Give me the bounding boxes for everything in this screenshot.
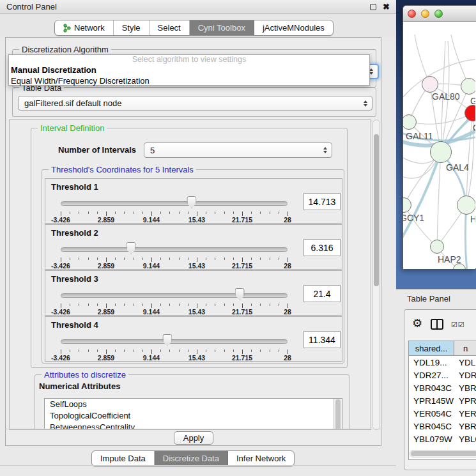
table-cell: YDR27... (409, 369, 454, 382)
slider-tick-label: 28 (284, 216, 291, 224)
table-row[interactable]: YLR345WYLR3 (409, 446, 476, 447)
slider-tick-label: 9.144 (143, 308, 160, 316)
slider-tick-label: 21.715 (232, 216, 252, 224)
table-cell: YER0 (454, 408, 476, 420)
vertical-scrollbar-thumb[interactable] (374, 134, 379, 286)
network-node-label: GAL11 (406, 131, 433, 141)
column-header-name[interactable]: n (454, 341, 476, 355)
top-tab-strip: Network Style Select Cyni Toolbox jActiv… (0, 14, 396, 37)
threshold-value-input[interactable]: 21.4 (303, 285, 341, 302)
slider-tick-label: 2.859 (98, 354, 114, 362)
slider-track[interactable] (61, 247, 288, 252)
slider-thumb[interactable] (162, 334, 172, 346)
attributes-list-scrollbar[interactable] (334, 399, 342, 430)
slider-tick-label: -3.426 (51, 262, 70, 270)
dropdown-option-manual-discretization[interactable]: Manual Discretization (9, 65, 369, 75)
table-cell: YBL079W (409, 433, 454, 446)
checkbox-columns-icon[interactable]: ☑☑ (451, 321, 465, 329)
table-row[interactable]: YDL19...YDL1 (409, 357, 476, 369)
bottom-separator (0, 465, 396, 466)
slider-track[interactable] (61, 293, 288, 298)
slider (61, 334, 288, 349)
combo-stepper-icon (364, 100, 367, 107)
tab-network[interactable]: Network (55, 20, 114, 35)
close-icon[interactable]: ✖ (383, 3, 390, 11)
threshold-label: Threshold 4 (51, 320, 98, 330)
network-node-GAL80[interactable] (422, 76, 438, 93)
horizontal-scrollbar[interactable] (410, 450, 476, 457)
table-panel-title: Table Panel (407, 294, 450, 303)
close-traffic-light-icon[interactable] (408, 10, 416, 18)
slider-thumb[interactable] (187, 196, 196, 208)
attribute-item[interactable]: TopologicalCoefficient (45, 410, 342, 422)
slider-tick-label: 28 (284, 354, 291, 362)
slider-tick-labels: -3.4262.8599.14415.4321.71528 (61, 216, 288, 223)
threshold-value-input[interactable]: 6.316 (303, 239, 341, 256)
tab-style[interactable]: Style (114, 20, 150, 35)
column-header-shared-name[interactable]: shared... (409, 341, 454, 355)
tab-discretize-data[interactable]: Discretize Data (155, 451, 228, 466)
network-node-H-node[interactable] (457, 196, 475, 215)
network-node-GAL4[interactable] (430, 141, 452, 163)
cyni-toolbox-panel: Discretization Algorithm Select algorith… (5, 37, 381, 446)
table-row[interactable]: YBR045CYBR0 (409, 420, 476, 433)
control-panel-titlebar: Control Panel ✖ (0, 0, 396, 14)
table-row[interactable]: YDR27...YDR2 (409, 369, 476, 382)
network-node-label: GAL4 (446, 162, 469, 173)
number-of-intervals-value: 5 (150, 146, 155, 155)
gear-icon[interactable]: ⚙ (412, 318, 422, 329)
threshold-panel: Threshold 3 -3.4262.8599.14415.4321.7152… (45, 270, 342, 316)
minimize-traffic-light-icon[interactable] (421, 10, 429, 18)
attribute-item[interactable]: SelfLoops (45, 399, 342, 410)
window-title: Control Panel (6, 2, 57, 12)
table-panel: ⚙ ☑☑ shared... n YDL19...YDL1YDR27...YDR… (404, 309, 476, 470)
vertical-scrollbar[interactable] (372, 119, 380, 430)
slider-tick-label: 2.859 (98, 262, 114, 270)
numerical-attributes-list[interactable]: SelfLoopsTopologicalCoefficientBetweenne… (44, 398, 342, 430)
slider-thumb[interactable] (127, 242, 136, 254)
zoom-traffic-light-icon[interactable] (434, 10, 443, 18)
screen: GAL80G.CGAL11GAL4GCY1HHAP2 Table Panel ⚙… (0, 0, 476, 476)
tab-jactivemnodules[interactable]: jActiveMNodules (254, 20, 333, 35)
slider-tick-label: 2.859 (98, 216, 114, 224)
number-of-intervals-combobox[interactable]: 5 (144, 142, 332, 158)
horizontal-scrollbar-thumb[interactable] (411, 451, 476, 456)
float-window-icon[interactable] (370, 4, 376, 10)
dropdown-placeholder-option: Select algorithm to view settings (9, 55, 369, 65)
table-row[interactable]: YPR145WYPR1 (409, 395, 476, 408)
slider-tick-label: -3.426 (51, 216, 70, 224)
bottom-tab-bar: Impute Data Discretize Data Infer Networ… (91, 450, 295, 466)
network-node-GAL-top-right[interactable] (461, 78, 475, 95)
tab-infer-network[interactable]: Infer Network (228, 451, 294, 466)
table-row[interactable]: YER054CYER0 (409, 408, 476, 420)
table-row[interactable]: YBR043CYBR0 (409, 382, 476, 395)
slider-track[interactable] (61, 201, 288, 206)
attributes-scrollbar-thumb[interactable] (335, 399, 341, 430)
threshold-value-input[interactable]: 11.344 (303, 331, 341, 348)
dropdown-option-equal-width-frequency[interactable]: Equal Width/Frequency Discretization (9, 75, 369, 86)
tab-select[interactable]: Select (150, 20, 190, 35)
threshold-value-input[interactable]: 14.713 (303, 193, 341, 210)
table-cell: YBR0 (454, 420, 476, 433)
table-cell: YBR0 (454, 382, 476, 395)
table-row[interactable]: YBL079WYBL0 (409, 433, 476, 446)
slider-thumb[interactable] (235, 288, 245, 300)
tab-impute-data[interactable]: Impute Data (92, 451, 155, 466)
table-data-combobox[interactable]: galFiltered.sif default node (18, 96, 372, 111)
network-node-label: H (470, 214, 475, 224)
table-cell: YLR345W (409, 446, 454, 447)
slider-track[interactable] (61, 339, 288, 344)
slider-tick-label: 28 (284, 308, 291, 316)
network-node-HAP2[interactable] (430, 240, 444, 254)
table-cell: YPR145W (409, 395, 454, 408)
slider-tick-label: 15.43 (188, 308, 205, 316)
apply-button[interactable]: Apply (174, 431, 213, 445)
table-cell: YDL19... (409, 357, 454, 369)
split-pane-icon[interactable] (431, 319, 443, 330)
tab-cyni-toolbox[interactable]: Cyni Toolbox (190, 20, 254, 35)
network-window-titlebar[interactable] (403, 6, 476, 22)
network-canvas[interactable]: GAL80G.CGAL11GAL4GCY1HHAP2 (403, 22, 475, 269)
slider-tick-label: 9.144 (143, 354, 160, 362)
table-header-row: shared... n (409, 341, 476, 356)
slider-tick-label: 9.144 (143, 262, 160, 270)
